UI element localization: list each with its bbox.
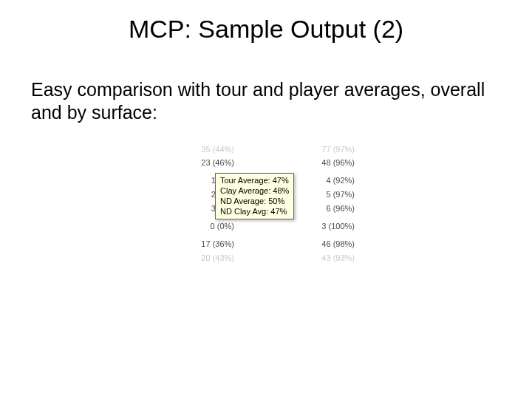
slide-title: MCP: Sample Output (2) <box>0 15 532 44</box>
slide-body-text: Easy comparison with tour and player ave… <box>31 78 504 123</box>
data-row: 20 (43%)43 (93%) <box>169 253 364 264</box>
col-right-value: 4 (92%) <box>326 176 355 185</box>
col-right-value: 5 (97%) <box>326 190 355 199</box>
col-right-value: 3 (100%) <box>321 222 355 231</box>
col-left-value: 20 (43%) <box>201 253 234 262</box>
hover-tooltip: Tour Average: 47% Clay Average: 48% ND A… <box>215 173 294 219</box>
tooltip-line: Tour Average: 47% <box>220 175 289 185</box>
data-row: 23 (46%)48 (96%) <box>169 158 364 168</box>
col-left-value: 0 (0%) <box>211 222 234 231</box>
col-right-value: 48 (96%) <box>321 158 355 167</box>
col-right-value: 6 (96%) <box>326 204 355 213</box>
tooltip-screenshot: 35 (44%)77 (97%)23 (46%)48 (96%)11 (424 … <box>169 145 364 300</box>
col-right-value: 77 (97%) <box>321 145 355 154</box>
col-left-value: 23 (46%) <box>201 158 234 167</box>
col-right-value: 43 (93%) <box>321 253 355 262</box>
tooltip-line: ND Average: 50% <box>220 196 289 206</box>
data-row: 35 (44%)77 (97%) <box>169 145 364 155</box>
tooltip-line: Clay Average: 48% <box>220 185 289 196</box>
data-row: 0 (0%)3 (100%) <box>169 222 364 232</box>
col-left-value: 35 (44%) <box>201 145 234 154</box>
col-right-value: 46 (98%) <box>321 239 355 248</box>
data-row: 17 (36%)46 (98%) <box>169 239 364 250</box>
col-left-value: 17 (36%) <box>201 239 234 248</box>
tooltip-line: ND Clay Avg: 47% <box>220 206 289 216</box>
